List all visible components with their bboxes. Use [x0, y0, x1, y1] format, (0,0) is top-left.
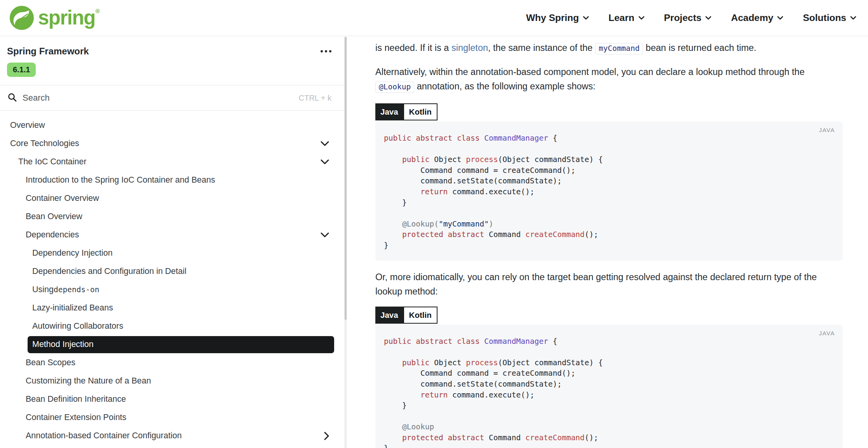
sidebar-item-label: Bean Scopes: [26, 358, 75, 368]
sidebar-item-label: Core Technologies: [10, 139, 79, 148]
code-line: [384, 208, 833, 219]
code-line: protected abstract Command createCommand…: [384, 229, 833, 240]
search-placeholder: Search: [23, 93, 50, 103]
search-shortcut: CTRL + k: [299, 94, 331, 103]
sidebar-item-lazy-initialized-beans[interactable]: Lazy-initialized Beans: [0, 299, 347, 317]
paragraph: is needed. If it is a singleton, the sam…: [375, 41, 843, 56]
chevron-down-icon[interactable]: [583, 16, 589, 20]
sidebar-item-dependencies[interactable]: Dependencies: [0, 226, 347, 244]
sidebar-item-label: Introduction to the Spring IoC Container…: [26, 175, 215, 185]
nav-item-label: Why Spring: [526, 12, 579, 23]
kebab-menu-icon[interactable]: [321, 49, 331, 54]
nav-item-label: Projects: [664, 12, 702, 23]
search-bar[interactable]: Search CTRL + k: [0, 85, 347, 111]
sidebar-item-label: Bean Definition Inheritance: [26, 394, 126, 404]
code-tabset: JavaKotlin: [375, 103, 843, 120]
sidebar-item-using-depends-on[interactable]: Using depends-on: [0, 281, 347, 299]
sidebar-item-label: Container Extension Points: [26, 413, 126, 422]
code-language-label: JAVA: [819, 127, 835, 133]
sidebar-item-label: The IoC Container: [18, 157, 87, 167]
sidebar-item-label: Customizing the Nature of a Bean: [26, 376, 151, 386]
code-line: command.setState(commandState);: [384, 176, 833, 187]
sidebar-item-dependencies-and-configuration-in-detail[interactable]: Dependencies and Configuration in Detail: [0, 262, 347, 281]
code-line: public abstract class CommandManager {: [384, 133, 833, 144]
sidebar-item-label: Overview: [10, 120, 45, 130]
chevron-down-icon[interactable]: [850, 16, 856, 20]
chevron-down-icon[interactable]: [777, 16, 783, 20]
chevron-down-icon[interactable]: [321, 141, 329, 146]
sidebar-item-introduction-to-the-spring-ioc-container-and-beans[interactable]: Introduction to the Spring IoC Container…: [0, 171, 347, 189]
code-line: public abstract class CommandManager {: [384, 336, 833, 347]
inline-code: myCommand: [595, 43, 643, 54]
nav-item-why-spring[interactable]: Why Spring: [526, 12, 589, 23]
sidebar-item-core-technologies[interactable]: Core Technologies: [0, 134, 347, 153]
code-language-label: JAVA: [819, 330, 835, 336]
chevron-right-icon[interactable]: [324, 432, 329, 440]
code-line: @Lookup: [384, 422, 833, 432]
tab-java[interactable]: Java: [375, 103, 403, 120]
nav-item-solutions[interactable]: Solutions: [803, 12, 856, 23]
code-line: protected abstract Command createCommand…: [384, 432, 833, 443]
project-title: Spring Framework: [7, 46, 89, 57]
sidebar-item-container-overview[interactable]: Container Overview: [0, 189, 347, 207]
sidebar-item-container-extension-points[interactable]: Container Extension Points: [0, 408, 347, 427]
sidebar-item-the-ioc-container[interactable]: The IoC Container: [0, 153, 347, 171]
chevron-down-icon[interactable]: [638, 16, 645, 20]
text: Or, more idiomatically, you can rely on …: [375, 272, 817, 282]
paragraph: Or, more idiomatically, you can rely on …: [375, 270, 843, 299]
search-icon: [8, 93, 17, 103]
sidebar-item-customizing-the-nature-of-a-bean[interactable]: Customizing the Nature of a Bean: [0, 372, 347, 390]
code-line: }: [384, 443, 833, 448]
tab-kotlin[interactable]: Kotlin: [403, 103, 437, 120]
sidebar-item-overview[interactable]: Overview: [0, 116, 347, 134]
text: , the same instance of the: [488, 43, 595, 53]
sidebar-item-code: depends-on: [54, 285, 99, 294]
code-line: Command command = createCommand();: [384, 368, 833, 379]
text: Alternatively, within the annotation-bas…: [375, 67, 805, 77]
registered-mark: ®: [96, 8, 100, 14]
sidebar-item-label: Method Injection: [32, 340, 94, 349]
code-line: return command.execute();: [384, 390, 833, 401]
code-line: Command command = createCommand();: [384, 165, 833, 176]
document-content: is needed. If it is a singleton, the sam…: [347, 36, 868, 448]
text: lookup method:: [375, 286, 438, 296]
nav-item-academy[interactable]: Academy: [731, 12, 783, 23]
sidebar-item-bean-definition-inheritance[interactable]: Bean Definition Inheritance: [0, 390, 347, 408]
sidebar-item-bean-scopes[interactable]: Bean Scopes: [0, 354, 347, 372]
nav-item-projects[interactable]: Projects: [664, 12, 712, 23]
sidebar-item-autowiring-collaborators[interactable]: Autowiring Collaborators: [0, 317, 347, 335]
sidebar-nav: OverviewCore TechnologiesThe IoC Contain…: [0, 111, 347, 445]
sidebar-item-annotation-based-container-configuration[interactable]: Annotation-based Container Configuration: [0, 427, 347, 445]
version-badge[interactable]: 6.1.1: [7, 63, 36, 77]
chevron-down-icon[interactable]: [321, 159, 329, 164]
nav-item-learn[interactable]: Learn: [608, 12, 645, 23]
sidebar-item-bean-overview[interactable]: Bean Overview: [0, 207, 347, 226]
text: bean is returned each time.: [643, 43, 756, 53]
code-line: }: [384, 197, 833, 208]
tab-kotlin[interactable]: Kotlin: [403, 307, 437, 324]
sidebar-item-method-injection[interactable]: Method Injection: [28, 336, 334, 353]
chevron-down-icon[interactable]: [705, 16, 711, 20]
code-line: [384, 411, 833, 422]
sidebar-item-label: Autowiring Collaborators: [32, 321, 123, 331]
nav-item-label: Academy: [731, 12, 773, 23]
code-line: }: [384, 240, 833, 251]
sidebar-item-label: Dependencies and Configuration in Detail: [32, 267, 186, 276]
sidebar-scrollbar-thumb[interactable]: [345, 37, 347, 320]
link-singleton[interactable]: singleton: [451, 43, 488, 53]
paragraph: Alternatively, within the annotation-bas…: [375, 65, 843, 94]
inline-code-link[interactable]: @Lookup: [375, 82, 414, 93]
code-tabset: JavaKotlin: [375, 307, 843, 324]
sidebar-item-label: Dependency Injection: [32, 248, 113, 258]
sidebar: Spring Framework 6.1.1 Search CTRL + k O…: [0, 36, 347, 448]
sidebar-item-label: Annotation-based Container Configuration: [26, 431, 182, 441]
spring-logo[interactable]: spring ®: [9, 5, 100, 30]
chevron-down-icon[interactable]: [321, 232, 329, 237]
top-header: spring ® Why SpringLearnProjectsAcademyS…: [0, 0, 868, 36]
code-line: }: [384, 400, 833, 411]
code-line: return command.execute();: [384, 187, 833, 197]
nav-item-label: Learn: [608, 12, 634, 23]
primary-nav: Why SpringLearnProjectsAcademySolutions: [526, 12, 856, 23]
sidebar-item-dependency-injection[interactable]: Dependency Injection: [0, 244, 347, 262]
tab-java[interactable]: Java: [375, 307, 403, 324]
